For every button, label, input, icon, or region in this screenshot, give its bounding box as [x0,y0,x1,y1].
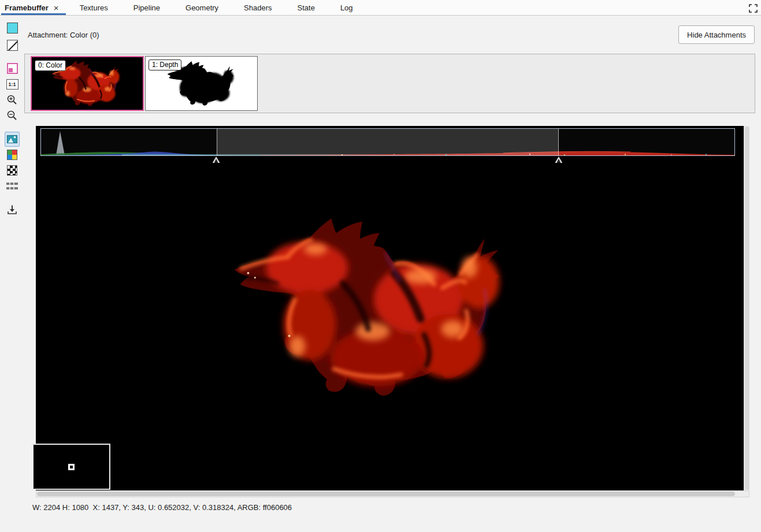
hide-attachments-button[interactable]: Hide Attachments [678,25,755,44]
tab-label: Framebuffer [5,3,49,12]
picked-pixel-marker [68,464,75,470]
fit-image-button[interactable] [5,132,20,147]
attachment-thumb-label: 1: Depth [149,59,181,70]
tab-textures[interactable]: Textures [67,0,121,15]
tab-label: State [298,3,315,12]
rgba-channels-icon [7,150,17,160]
tab-label: Shaders [244,3,272,12]
background-color-icon [7,23,18,34]
texture-viewport[interactable] [36,161,744,490]
tab-log[interactable]: Log [328,0,366,15]
tab-bar: Framebuffer × Textures Pipeline Geometry… [0,0,761,16]
tab-label: Pipeline [133,3,160,12]
horizontal-scrollbar-thumb[interactable] [37,492,735,496]
tab-shaders[interactable]: Shaders [231,0,284,15]
attachments-panel: 0: Color 1: Depth [24,54,755,113]
tab-pipeline[interactable]: Pipeline [121,0,173,15]
tab-state[interactable]: State [285,0,328,15]
attachment-thumb-label: 0: Color [35,60,66,71]
rendered-dragon-texture [228,214,506,408]
pixel-status-text: W: 2204 H: 1080 X: 1437, Y: 343, U: 0.65… [32,503,292,512]
zoom-out-button[interactable] [5,108,20,123]
vertical-scrollbar[interactable] [744,126,749,490]
tab-label: Geometry [185,3,218,12]
zoom-out-icon [6,110,18,121]
checkerboard-button[interactable] [5,163,20,178]
save-download-icon [7,204,17,215]
checkerboard-icon [7,165,17,176]
image-icon [7,135,17,143]
tab-label: Log [340,3,353,12]
tab-close-icon[interactable]: × [54,3,59,12]
attachment-label: Attachment: Color (0) [28,31,99,39]
fullscreen-icon[interactable] [748,3,758,13]
one-to-one-icon: 1:1 [6,79,18,90]
diagonal-line-icon [7,40,18,51]
histogram-range-control[interactable] [36,126,744,161]
tab-geometry[interactable]: Geometry [173,0,231,15]
pixel-context-overlay [32,444,110,490]
zoom-in-button[interactable] [5,92,20,107]
histogram-inner [40,128,735,156]
zoom-in-icon [6,94,18,106]
texture-viewer-toolbar: 1:1 [0,16,24,532]
range-max-handle[interactable] [555,157,562,163]
rgba-channels-button[interactable] [5,147,20,162]
overlay-color-swatch-button[interactable] [5,61,20,76]
horizontal-scrollbar[interactable] [36,490,749,497]
overlay-color-icon [7,63,18,74]
tab-framebuffer[interactable]: Framebuffer × [0,0,67,15]
range-min-handle[interactable] [213,157,220,163]
vertical-scrollbar-thumb[interactable] [745,127,749,490]
range-bars-button[interactable] [5,178,20,194]
alpha-background-button[interactable] [5,38,20,53]
zoom-actual-size-button[interactable]: 1:1 [5,77,20,92]
save-texture-button[interactable] [5,202,20,217]
attachment-thumb-color[interactable]: 0: Color [31,56,144,111]
histogram-range-overlay[interactable] [217,129,559,155]
attachment-thumb-depth[interactable]: 1: Depth [145,56,258,111]
background-color-swatch-button[interactable] [5,20,20,35]
range-bars-icon [6,183,18,189]
tab-label: Textures [80,3,108,12]
